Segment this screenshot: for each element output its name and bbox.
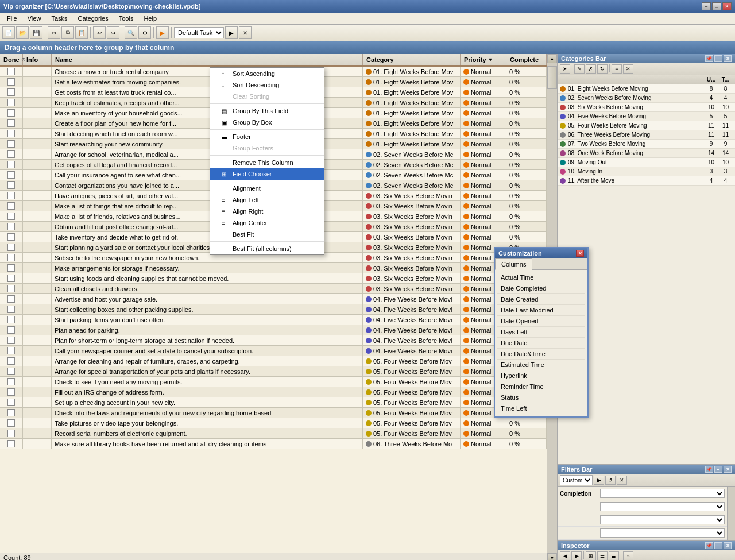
- ctx-item-align-center[interactable]: ≡ Align Center: [210, 217, 324, 229]
- checkbox-6[interactable]: [7, 130, 15, 137]
- categories-close-btn[interactable]: ✕: [724, 55, 732, 62]
- checkbox-24[interactable]: [7, 316, 15, 323]
- dialog-field-hyperlink[interactable]: Hyperlink: [497, 370, 585, 381]
- toolbar-cut[interactable]: ✂: [48, 26, 60, 39]
- ctx-item-footer[interactable]: ▬ Footer: [210, 131, 324, 142]
- toolbar-copy[interactable]: ⧉: [61, 26, 74, 39]
- ctx-item-alignment[interactable]: Alignment: [210, 183, 324, 194]
- table-row[interactable]: Start using foods and cleaning supplies …: [0, 273, 547, 284]
- dialog-field-due-date&time[interactable]: Due Date&Time: [497, 349, 585, 360]
- filter-clear-btn[interactable]: ↺: [605, 476, 616, 485]
- menu-tools[interactable]: Tools: [114, 14, 138, 23]
- ctx-item-sort-descending[interactable]: ↓ Sort Descending: [210, 79, 324, 91]
- toolbar-settings[interactable]: ⚙: [138, 26, 151, 39]
- checkbox-19[interactable]: [7, 264, 15, 272]
- table-row[interactable]: Start collecting boxes and other packing…: [0, 304, 547, 315]
- filters-close-btn[interactable]: ✕: [724, 466, 732, 473]
- filter-apply-btn[interactable]: ▶: [594, 476, 604, 485]
- table-row[interactable]: Start packing items you don't use often.…: [0, 315, 547, 325]
- ctx-item-align-right[interactable]: ≡ Align Right: [210, 206, 324, 217]
- filters-pin-btn[interactable]: 📌: [705, 466, 713, 473]
- col-header-name[interactable]: Name: [52, 54, 363, 65]
- filter-remove-btn[interactable]: ✕: [617, 476, 627, 485]
- menu-tasks[interactable]: Tasks: [47, 14, 72, 23]
- filter-scrollbar[interactable]: [727, 487, 735, 540]
- cat-delete-btn[interactable]: ✗: [586, 64, 596, 74]
- cat-list-item[interactable]: 10. Moving In 3 3: [558, 167, 735, 176]
- checkbox-35[interactable]: [7, 430, 15, 437]
- checkbox-31[interactable]: [7, 388, 15, 396]
- checkbox-14[interactable]: [7, 213, 15, 220]
- table-row[interactable]: Plan ahead for parking. 04. Five Weeks B…: [0, 325, 547, 335]
- dialog-field-date-completed[interactable]: Date Completed: [497, 283, 585, 294]
- toolbar-run[interactable]: ▶: [225, 26, 238, 39]
- checkbox-30[interactable]: [7, 378, 15, 385]
- menu-file[interactable]: File: [2, 14, 22, 23]
- checkbox-26[interactable]: [7, 337, 15, 344]
- table-row[interactable]: Plan for short-term or long-term storage…: [0, 335, 547, 346]
- checkbox-32[interactable]: [7, 399, 15, 406]
- categories-pin-btn[interactable]: 📌: [705, 55, 713, 62]
- dialog-field-date-last-modified[interactable]: Date Last Modified: [497, 305, 585, 316]
- menu-view[interactable]: View: [23, 14, 46, 23]
- cat-list-item[interactable]: 03. Six Weeks Before Moving 10 10: [558, 103, 735, 112]
- inspector-pin-btn[interactable]: 📌: [705, 542, 713, 549]
- maximize-button[interactable]: □: [712, 2, 721, 10]
- checkbox-5[interactable]: [7, 119, 15, 127]
- table-row[interactable]: Advertise and host your garage sale. 04.…: [0, 294, 547, 304]
- dialog-field-date-created[interactable]: Date Created: [497, 294, 585, 305]
- checkbox-15[interactable]: [7, 223, 15, 230]
- dialog-field-estimated-time[interactable]: Estimated Time: [497, 360, 585, 370]
- col-header-category[interactable]: Category: [363, 54, 461, 65]
- table-row[interactable]: Check into the laws and requirements of …: [0, 408, 547, 418]
- scroll-thumb[interactable]: [547, 66, 557, 89]
- checkbox-0[interactable]: [7, 68, 15, 75]
- checkbox-8[interactable]: [7, 150, 15, 158]
- priority-dropdown-icon[interactable]: ▼: [488, 57, 493, 63]
- table-row[interactable]: Take pictures or video tape your belongi…: [0, 418, 547, 428]
- dialog-field-due-date[interactable]: Due Date: [497, 338, 585, 349]
- table-row[interactable]: Call your newspaper courier and set a da…: [0, 346, 547, 356]
- checkbox-16[interactable]: [7, 233, 15, 241]
- ctx-item-sort-ascending[interactable]: ↑ Sort Ascending: [210, 68, 324, 79]
- inspector-expand-btn[interactable]: »: [623, 551, 633, 560]
- table-row[interactable]: Fill out an IRS change of address form. …: [0, 387, 547, 397]
- dialog-close-btn[interactable]: ✕: [576, 250, 584, 257]
- cat-list-item[interactable]: 05. Four Weeks Before Moving 11 11: [558, 121, 735, 130]
- checkbox-22[interactable]: [7, 295, 15, 303]
- checkbox-27[interactable]: [7, 347, 15, 354]
- inspector-next-btn[interactable]: ▶: [571, 551, 582, 560]
- checkbox-3[interactable]: [7, 99, 15, 106]
- ctx-item-remove-this-column[interactable]: Remove This Column: [210, 157, 324, 168]
- checkbox-33[interactable]: [7, 409, 15, 416]
- ctx-item-field-chooser[interactable]: ⊞ Field Chooser: [210, 168, 324, 180]
- table-row[interactable]: Arrange for special transportation of yo…: [0, 366, 547, 377]
- toolbar-search[interactable]: 🔍: [125, 26, 137, 39]
- checkbox-4[interactable]: [7, 109, 15, 117]
- scroll-down-btn[interactable]: ▼: [547, 553, 557, 560]
- dialog-field-actual-time[interactable]: Actual Time: [497, 272, 585, 283]
- inspector-list-btn[interactable]: ☰: [597, 551, 608, 560]
- inspector-close-btn[interactable]: ✕: [724, 542, 732, 549]
- checkbox-21[interactable]: [7, 285, 15, 292]
- ctx-item-best-fit[interactable]: Best Fit: [210, 229, 324, 240]
- checkbox-10[interactable]: [7, 171, 15, 179]
- toolbar-stop[interactable]: ✕: [239, 26, 252, 39]
- checkbox-34[interactable]: [7, 419, 15, 427]
- cat-edit-btn[interactable]: ✎: [574, 64, 585, 74]
- dialog-field-time-left[interactable]: Time Left: [497, 403, 585, 414]
- cat-list-item[interactable]: 06. Three Weeks Before Moving 11 11: [558, 130, 735, 140]
- cat-refresh-btn[interactable]: ↻: [597, 64, 608, 74]
- checkbox-29[interactable]: [7, 368, 15, 375]
- dialog-field-status[interactable]: Status: [497, 392, 585, 403]
- filter-row3-select[interactable]: [600, 515, 725, 524]
- checkbox-11[interactable]: [7, 181, 15, 189]
- cat-list-item[interactable]: 04. Five Weeks Before Moving 5 5: [558, 112, 735, 121]
- minimize-button[interactable]: −: [702, 2, 711, 10]
- col-header-complete[interactable]: Complete: [506, 54, 547, 65]
- table-row[interactable]: Clean all closets and drawers. 03. Six W…: [0, 284, 547, 294]
- filter-row2-select[interactable]: [600, 502, 725, 511]
- menu-help[interactable]: Help: [139, 14, 161, 23]
- col-header-info[interactable]: Info: [23, 54, 52, 65]
- col-header-priority[interactable]: Priority ▼: [461, 54, 506, 65]
